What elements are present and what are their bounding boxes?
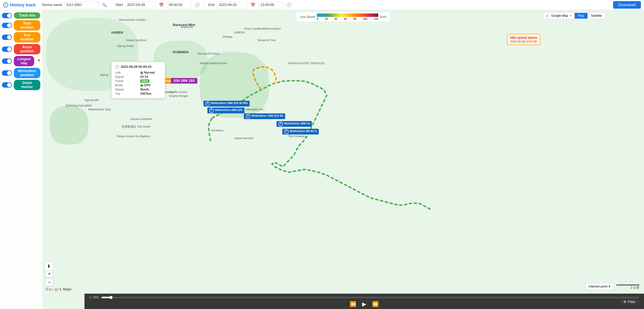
start-location-toggle[interactable] <box>2 23 12 28</box>
longest-stay-row: Longest stay 📍 <box>2 56 40 66</box>
speed-val: 0km/h <box>140 88 162 91</box>
map-area[interactable]: Line Speed 0 20 40 60 80 100 120 km/h G … <box>42 10 644 309</box>
map-download-button[interactable]: ⬇ <box>44 262 53 270</box>
alarm-position-label: Alarm position <box>14 44 40 54</box>
start-time-picker-button[interactable]: 🕐 <box>194 2 200 8</box>
history-icon <box>3 2 8 8</box>
device-name-input[interactable] <box>64 2 99 9</box>
popup-time: 🕐 2022-09-28 00:00:23 <box>115 65 162 69</box>
motionless-position-row: Motionless position <box>2 68 40 78</box>
device-name-label: Device name <box>42 3 62 7</box>
rewind-button[interactable]: ⏪ <box>350 301 356 307</box>
divider-2 <box>204 2 204 8</box>
end-location-toggle[interactable] <box>2 35 12 40</box>
end-label: End <box>208 3 214 7</box>
end-location-label: End location <box>14 32 40 43</box>
duration-label: 20H 28M 15S <box>171 78 198 84</box>
start-date-picker-button[interactable]: 📅 <box>158 2 164 8</box>
alarm-position-row: Alarm position <box>2 44 40 54</box>
longest-stay-label: Longest stay <box>14 56 34 66</box>
end-date-input[interactable] <box>217 2 248 9</box>
mode-val: ⬤ GPS <box>140 84 162 87</box>
map-type-control: G Google Map ▼ Map Satellite <box>543 12 606 19</box>
signal-key: Signal <box>115 75 136 79</box>
track-line-start <box>208 118 212 142</box>
track-line-path <box>212 81 431 209</box>
header: History track Device name 🔍 Start 📅 🕐 En… <box>0 0 644 10</box>
scale-bar: 2 公里 <box>616 284 640 290</box>
app-title: History track <box>3 2 36 8</box>
info-popup: 🕐 2022-09-28 00:00:23 Link ⬤ Normal Sign… <box>111 62 165 98</box>
download-button[interactable]: Download <box>613 1 641 9</box>
end-time-picker-button[interactable]: 🕐 <box>286 2 292 8</box>
alarm-position-toggle[interactable] <box>2 47 12 52</box>
left-panel: Track line Start location End location A… <box>0 10 42 309</box>
end-location-row: End location <box>2 32 40 43</box>
power-val: 100% <box>140 79 162 83</box>
alarm-time: 2022-09-28 12:47:56 <box>510 40 537 43</box>
detail-marker-row: Detail marker <box>2 80 40 90</box>
app-title-text: History track <box>10 3 36 8</box>
speed-ticks: 0 20 40 60 80 100 120 <box>317 17 378 20</box>
end-date-picker-button[interactable]: 📅 <box>250 2 256 8</box>
motionless-label-5: Motionless 5M 8S S <box>282 129 319 135</box>
svg-text:G: G <box>546 15 548 17</box>
track-line-toggle[interactable] <box>2 13 12 18</box>
satellite-view-button[interactable]: Satellite <box>588 13 606 19</box>
end-time-input[interactable] <box>258 2 284 9</box>
motionless-label-3: Motionless 14M 21S 5S <box>244 113 285 119</box>
filter-icon: ⚙ <box>623 300 626 304</box>
interest-point-control[interactable]: Interest point ▾ <box>586 283 613 290</box>
link-key: Link <box>115 71 136 74</box>
motionless-label-2: Motionless 46M 22S <box>207 108 244 113</box>
fast-forward-button[interactable]: ⏩ <box>372 301 379 307</box>
zoom-in-button[interactable]: + <box>46 270 53 277</box>
alarm-popup: Idle speed alarm 2022-09-28 12:47:56 <box>507 34 540 45</box>
device-search-button[interactable]: 🔍 <box>102 2 108 8</box>
zoom-out-button[interactable]: − <box>46 279 53 286</box>
start-location-row: Start location <box>2 20 40 31</box>
player-controls: ⏪ ▶ ⏩ <box>89 301 640 307</box>
detail-marker-toggle[interactable] <box>2 82 12 88</box>
link-val: ⬤ Normal <box>140 71 162 74</box>
start-date-input[interactable] <box>125 2 156 9</box>
motionless-position-label: Motionless position <box>14 68 40 78</box>
zoom-controls: + − <box>46 270 53 286</box>
track-svg <box>42 10 644 309</box>
progress-track[interactable] <box>102 297 640 298</box>
trip-val: 1907km <box>140 92 162 96</box>
speed-key: Speed <box>115 88 136 91</box>
play-button[interactable]: ▶ <box>362 301 366 307</box>
speed-legend: Line Speed 0 20 40 60 80 100 120 km/h <box>297 12 390 22</box>
alarm-title: Idle speed alarm <box>510 36 537 40</box>
chevron-down-icon: ▾ <box>609 284 610 288</box>
frame-count: 1 / 965 <box>89 295 99 299</box>
filter-button[interactable]: ⚙ Filter <box>620 298 640 305</box>
popup-grid: Link ⬤ Normal Signal 24 14 Power 100% Mo… <box>115 71 162 96</box>
speed-legend-title: Line Speed <box>300 15 315 19</box>
longest-stay-toggle[interactable] <box>2 58 12 64</box>
map-provider-label: G Google Map ▼ <box>543 13 575 19</box>
trip-key: Trip <box>115 92 136 96</box>
speed-unit: km/h <box>380 15 386 19</box>
map-view-button[interactable]: Map <box>575 13 588 19</box>
google-maps-logo: G o o g l e Maps <box>46 287 72 291</box>
scale-label: 2 公里 <box>631 286 640 290</box>
bottom-player: 1 / 965 ⏪ ▶ ⏩ ⚙ Filter <box>84 294 644 309</box>
track-line-row: Track line <box>2 12 40 19</box>
scale-line <box>616 284 640 285</box>
motionless-label-1: Motionless 16M 32S M 50S <box>204 101 250 106</box>
player-progress-row: 1 / 965 <box>89 295 640 299</box>
signal-val: 24 14 <box>140 75 162 79</box>
power-key: Power <box>115 79 136 83</box>
motionless-position-toggle[interactable] <box>2 70 12 76</box>
track-line-label: Track line <box>14 12 40 19</box>
track-line-upper <box>253 67 276 90</box>
progress-thumb[interactable] <box>110 296 112 299</box>
clock-icon: 🕐 <box>115 65 119 69</box>
start-label: Start <box>116 3 123 7</box>
mode-key: Mode <box>115 84 136 87</box>
start-time-input[interactable] <box>167 2 192 9</box>
start-location-label: Start location <box>14 20 40 31</box>
detail-marker-label: Detail marker <box>14 80 40 90</box>
